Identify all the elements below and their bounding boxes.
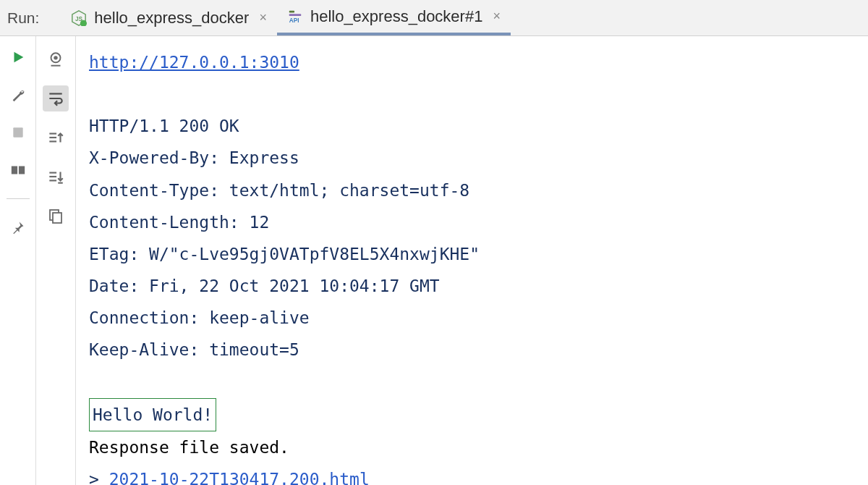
svg-point-9 [54,56,57,59]
tab-hello-express-docker-1[interactable]: API hello_express_docker#1 × [277,0,511,35]
nodejs-icon: JS [71,10,87,26]
tab-label: hello_express_docker [94,9,249,28]
svg-text:API: API [289,17,299,24]
tab-bar: Run: JS hello_express_docker × [0,0,868,36]
run-tool-window: Run: JS hello_express_docker × [0,0,868,485]
api-icon: API [287,9,303,25]
primary-actions-column [0,36,36,485]
console-output[interactable]: http://127.0.0.1:3010 HTTP/1.1 200 OK X-… [76,36,868,485]
svg-rect-5 [13,127,22,137]
svg-rect-2 [289,10,294,12]
header-line: Date: Fri, 22 Oct 2021 10:04:17 GMT [89,270,868,302]
run-label: Run: [7,9,39,27]
tab-hello-express-docker[interactable]: JS hello_express_docker × [61,0,277,35]
header-line: X-Powered-By: Express [89,142,868,174]
saved-file-line: > 2021-10-22T130417.200.html [89,463,868,485]
svg-rect-7 [18,166,24,174]
saved-file-link[interactable]: 2021-10-22T130417.200.html [109,470,370,485]
main-area: http://127.0.0.1:3010 HTTP/1.1 200 OK X-… [0,36,868,485]
scroll-to-end-icon[interactable] [43,164,69,190]
actions-divider [7,198,30,199]
svg-rect-3 [289,14,302,16]
tabs-container: JS hello_express_docker × API hello_expr… [61,0,511,35]
status-line: HTTP/1.1 200 OK [89,110,868,142]
tab-label: hello_express_docker#1 [310,7,483,26]
scroll-to-top-icon[interactable] [43,125,69,151]
header-line: Content-Type: text/html; charset=utf-8 [89,174,868,206]
response-body: Hello World! [89,398,216,431]
layout-icon[interactable] [7,159,29,181]
request-url-line: http://127.0.0.1:3010 [89,46,868,78]
request-url-link[interactable]: http://127.0.0.1:3010 [89,53,299,72]
header-line: Content-Length: 12 [89,206,868,238]
header-line: Keep-Alive: timeout=5 [89,334,868,366]
wrench-icon[interactable] [7,84,29,106]
header-line: ETag: W/"c-Lve95gj0VATpfV8EL5X4nxwjKHE" [89,238,868,270]
response-body-line: Hello World! [89,398,868,431]
show-http-icon[interactable] [43,46,69,72]
stop-button[interactable] [7,122,29,143]
svg-rect-20 [53,213,61,223]
pin-icon[interactable] [7,216,29,238]
secondary-actions-column [36,36,76,485]
soft-wrap-icon[interactable] [43,85,69,111]
close-icon[interactable]: × [493,9,501,24]
rerun-button[interactable] [7,46,29,68]
response-saved-text: Response file saved. [89,431,868,463]
svg-rect-6 [11,166,17,174]
blank-line [89,366,868,398]
prompt-char: > [89,470,99,485]
copy-icon[interactable] [43,203,69,229]
header-line: Connection: keep-alive [89,302,868,334]
close-icon[interactable]: × [259,10,267,25]
blank-line [89,78,868,110]
